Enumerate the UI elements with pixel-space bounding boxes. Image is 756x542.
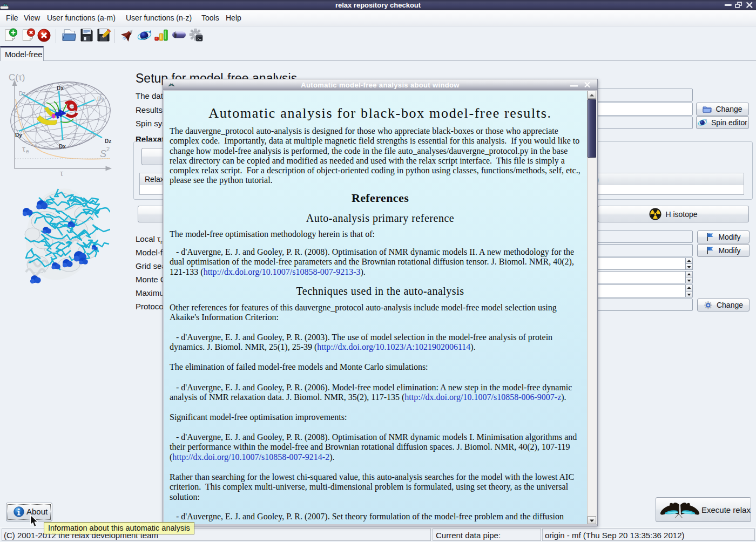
svg-text:Dy: Dy (15, 132, 22, 138)
svg-text:2: 2 (106, 146, 110, 152)
svg-text:Dx: Dx (57, 85, 64, 91)
svg-text:S: S (100, 148, 106, 159)
svg-text:τ: τ (60, 168, 63, 177)
svg-text:Dy: Dy (97, 96, 104, 102)
svg-text:τ: τ (22, 144, 25, 153)
svg-text:Dx: Dx (59, 144, 66, 150)
svg-text:Dz: Dz (105, 138, 111, 144)
svg-text:Dz: Dz (19, 91, 25, 97)
svg-text:e: e (26, 148, 29, 154)
svg-text:C(τ): C(τ) (9, 72, 25, 83)
